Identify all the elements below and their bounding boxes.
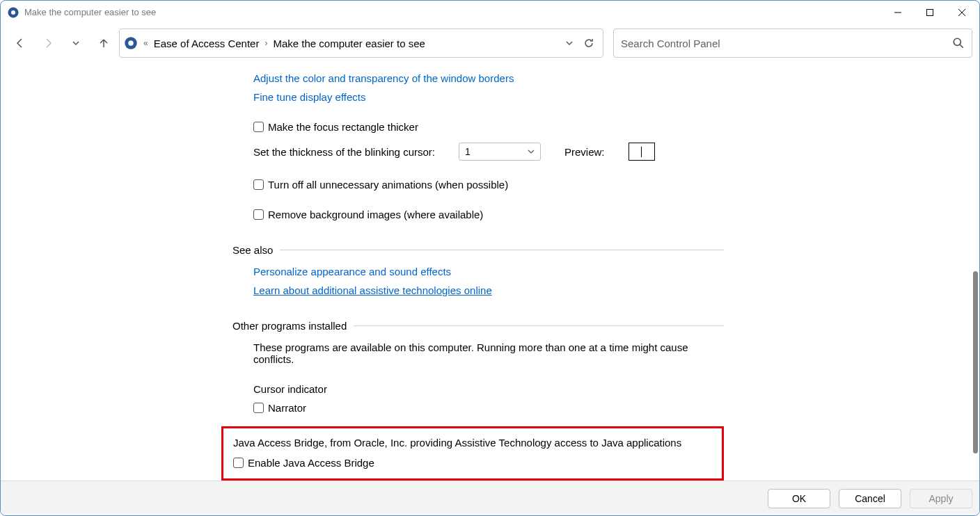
cursor-preview	[629, 143, 655, 161]
navbar: « Ease of Access Center › Make the compu…	[1, 24, 979, 63]
checkbox-enable-java-bridge[interactable]	[233, 458, 244, 468]
search-input[interactable]	[621, 38, 952, 49]
search-box[interactable]	[613, 29, 972, 58]
cancel-button[interactable]: Cancel	[839, 489, 901, 508]
label-enable-java-bridge: Enable Java Access Bridge	[248, 457, 374, 469]
checkbox-turn-off-animations[interactable]	[253, 179, 264, 190]
checkbox-narrator[interactable]	[253, 403, 264, 413]
up-button[interactable]	[91, 31, 116, 56]
svg-line-9	[960, 45, 963, 48]
breadcrumb-item-2[interactable]: Make the computer easier to see	[270, 36, 427, 51]
section-other-programs-label: Other programs installed	[232, 320, 347, 332]
other-programs-description: These programs are available on this com…	[253, 341, 688, 365]
location-icon	[124, 36, 138, 50]
label-focus-rectangle: Make the focus rectangle thicker	[268, 121, 418, 133]
section-see-also: See also	[232, 244, 724, 256]
breadcrumb-prev-icon[interactable]: «	[143, 38, 148, 48]
link-personalize[interactable]: Personalize appearance and sound effects	[253, 266, 451, 277]
section-see-also-label: See also	[232, 244, 273, 256]
forward-button[interactable]	[35, 31, 61, 56]
svg-point-1	[11, 10, 15, 15]
back-button[interactable]	[8, 31, 33, 56]
label-cursor-thickness: Set the thickness of the blinking cursor…	[253, 146, 435, 158]
label-remove-background: Remove background images (where availabl…	[268, 209, 483, 220]
recent-dropdown[interactable]	[63, 31, 88, 56]
minimize-button[interactable]	[882, 2, 914, 23]
maximize-button[interactable]	[914, 2, 946, 23]
label-preview: Preview:	[564, 146, 605, 158]
label-turn-off-animations: Turn off all unnecessary animations (whe…	[268, 179, 508, 191]
content-area: Adjust the color and transparency of the…	[1, 63, 979, 481]
titlebar: Make the computer easier to see	[1, 1, 979, 24]
checkbox-focus-rectangle[interactable]	[253, 122, 264, 132]
section-other-programs: Other programs installed	[232, 320, 724, 332]
cursor-thickness-value: 1	[465, 146, 471, 157]
window-title: Make the computer easier to see	[24, 7, 882, 17]
link-fine-tune[interactable]: Fine tune display effects	[253, 91, 365, 103]
select-cursor-thickness[interactable]: 1	[459, 143, 541, 161]
close-button[interactable]	[946, 2, 978, 23]
breadcrumb-item-1[interactable]: Ease of Access Center	[151, 36, 262, 51]
address-bar[interactable]: « Ease of Access Center › Make the compu…	[119, 29, 603, 58]
footer: OK Cancel Apply	[1, 481, 979, 515]
label-java-bridge-desc: Java Access Bridge, from Oracle, Inc. pr…	[233, 437, 681, 449]
search-icon[interactable]	[952, 37, 965, 49]
link-adjust-color[interactable]: Adjust the color and transparency of the…	[253, 72, 514, 84]
chevron-right-icon[interactable]: ›	[264, 38, 267, 48]
chevron-down-icon	[528, 148, 535, 155]
scrollbar[interactable]	[970, 63, 979, 481]
refresh-button[interactable]	[579, 31, 599, 56]
apply-button[interactable]: Apply	[910, 489, 972, 508]
label-cursor-indicator: Cursor indicator	[253, 383, 327, 395]
svg-point-8	[954, 38, 961, 45]
ok-button[interactable]: OK	[768, 489, 830, 508]
svg-point-7	[128, 40, 134, 46]
checkbox-remove-background[interactable]	[253, 209, 264, 220]
highlight-java-bridge: Java Access Bridge, from Oracle, Inc. pr…	[221, 426, 724, 481]
address-dropdown[interactable]	[560, 31, 579, 56]
svg-rect-3	[927, 9, 933, 15]
scrollbar-thumb[interactable]	[973, 271, 978, 453]
label-narrator: Narrator	[268, 402, 306, 414]
app-icon	[8, 7, 19, 18]
link-learn-assistive[interactable]: Learn about additional assistive technol…	[253, 284, 492, 296]
